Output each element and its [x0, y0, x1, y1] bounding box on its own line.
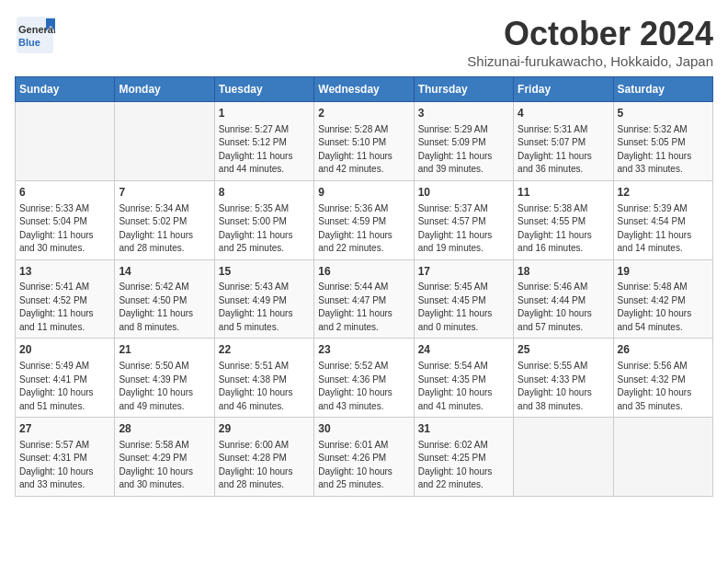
day-content: Sunrise: 5:45 AM Sunset: 4:45 PM Dayligh…	[418, 281, 509, 334]
calendar-cell: 13Sunrise: 5:41 AM Sunset: 4:52 PM Dayli…	[16, 259, 115, 339]
day-content: Sunrise: 5:57 AM Sunset: 4:31 PM Dayligh…	[19, 439, 110, 492]
day-number: 9	[318, 185, 409, 201]
weekday-header-sunday: Sunday	[16, 77, 115, 102]
month-title: October 2024	[467, 15, 713, 53]
day-number: 25	[518, 342, 609, 358]
day-content: Sunrise: 5:49 AM Sunset: 4:41 PM Dayligh…	[19, 360, 110, 413]
calendar-cell	[115, 102, 214, 181]
day-content: Sunrise: 5:51 AM Sunset: 4:38 PM Dayligh…	[219, 360, 310, 413]
day-number: 30	[318, 421, 409, 437]
day-content: Sunrise: 5:34 AM Sunset: 5:02 PM Dayligh…	[119, 202, 210, 256]
calendar-cell: 18Sunrise: 5:46 AM Sunset: 4:44 PM Dayli…	[514, 259, 613, 339]
calendar-table: SundayMondayTuesdayWednesdayThursdayFrid…	[15, 76, 713, 497]
calendar-cell: 11Sunrise: 5:38 AM Sunset: 4:55 PM Dayli…	[514, 180, 613, 259]
calendar-body: 1Sunrise: 5:27 AM Sunset: 5:12 PM Daylig…	[16, 102, 713, 497]
day-number: 4	[518, 106, 609, 121]
day-number: 16	[318, 264, 409, 280]
day-number: 20	[19, 342, 110, 358]
logo-icon: General Blue	[15, 15, 55, 55]
day-number: 19	[618, 264, 709, 280]
calendar-cell: 21Sunrise: 5:50 AM Sunset: 4:39 PM Dayli…	[115, 339, 214, 418]
day-content: Sunrise: 5:58 AM Sunset: 4:29 PM Dayligh…	[119, 439, 210, 492]
calendar-cell: 14Sunrise: 5:42 AM Sunset: 4:50 PM Dayli…	[115, 259, 214, 339]
day-content: Sunrise: 5:42 AM Sunset: 4:50 PM Dayligh…	[119, 281, 210, 334]
calendar-week-row: 6Sunrise: 5:33 AM Sunset: 5:04 PM Daylig…	[16, 180, 713, 259]
day-content: Sunrise: 5:33 AM Sunset: 5:04 PM Dayligh…	[19, 202, 110, 256]
day-content: Sunrise: 5:50 AM Sunset: 4:39 PM Dayligh…	[119, 360, 210, 413]
calendar-cell: 3Sunrise: 5:29 AM Sunset: 5:09 PM Daylig…	[414, 102, 513, 181]
weekday-header-monday: Monday	[115, 77, 214, 102]
calendar-cell: 24Sunrise: 5:54 AM Sunset: 4:35 PM Dayli…	[414, 339, 513, 418]
day-content: Sunrise: 6:02 AM Sunset: 4:25 PM Dayligh…	[418, 439, 509, 492]
day-number: 13	[19, 264, 110, 280]
weekday-header-saturday: Saturday	[613, 77, 712, 102]
calendar-cell: 20Sunrise: 5:49 AM Sunset: 4:41 PM Dayli…	[16, 339, 115, 418]
day-content: Sunrise: 5:28 AM Sunset: 5:10 PM Dayligh…	[318, 123, 409, 177]
day-number: 14	[119, 264, 210, 280]
calendar-cell: 31Sunrise: 6:02 AM Sunset: 4:25 PM Dayli…	[414, 418, 513, 497]
weekday-header-tuesday: Tuesday	[214, 77, 313, 102]
calendar-cell: 12Sunrise: 5:39 AM Sunset: 4:54 PM Dayli…	[613, 180, 712, 259]
calendar-cell: 5Sunrise: 5:32 AM Sunset: 5:05 PM Daylig…	[613, 102, 712, 181]
calendar-cell: 23Sunrise: 5:52 AM Sunset: 4:36 PM Dayli…	[314, 339, 414, 418]
weekday-header-wednesday: Wednesday	[314, 77, 414, 102]
day-number: 28	[119, 421, 210, 437]
day-number: 24	[418, 342, 509, 358]
calendar-cell: 26Sunrise: 5:56 AM Sunset: 4:32 PM Dayli…	[613, 339, 712, 418]
day-content: Sunrise: 5:37 AM Sunset: 4:57 PM Dayligh…	[418, 202, 509, 256]
day-content: Sunrise: 5:44 AM Sunset: 4:47 PM Dayligh…	[318, 281, 409, 334]
day-number: 23	[318, 342, 409, 358]
day-content: Sunrise: 5:31 AM Sunset: 5:07 PM Dayligh…	[518, 123, 609, 177]
calendar-cell: 9Sunrise: 5:36 AM Sunset: 4:59 PM Daylig…	[314, 180, 414, 259]
calendar-cell: 15Sunrise: 5:43 AM Sunset: 4:49 PM Dayli…	[214, 259, 313, 339]
calendar-cell: 10Sunrise: 5:37 AM Sunset: 4:57 PM Dayli…	[414, 180, 513, 259]
location-subtitle: Shizunai-furukawacho, Hokkaido, Japan	[467, 53, 713, 69]
day-content: Sunrise: 6:00 AM Sunset: 4:28 PM Dayligh…	[219, 439, 310, 492]
calendar-cell: 28Sunrise: 5:58 AM Sunset: 4:29 PM Dayli…	[115, 418, 214, 497]
day-number: 2	[318, 106, 409, 121]
calendar-cell: 4Sunrise: 5:31 AM Sunset: 5:07 PM Daylig…	[514, 102, 613, 181]
day-number: 26	[618, 342, 709, 358]
day-number: 3	[418, 106, 509, 121]
calendar-cell	[514, 418, 613, 497]
day-content: Sunrise: 6:01 AM Sunset: 4:26 PM Dayligh…	[318, 439, 409, 492]
calendar-cell: 1Sunrise: 5:27 AM Sunset: 5:12 PM Daylig…	[214, 102, 313, 181]
day-content: Sunrise: 5:52 AM Sunset: 4:36 PM Dayligh…	[318, 360, 409, 413]
calendar-cell: 16Sunrise: 5:44 AM Sunset: 4:47 PM Dayli…	[314, 259, 414, 339]
day-content: Sunrise: 5:32 AM Sunset: 5:05 PM Dayligh…	[618, 123, 709, 177]
day-content: Sunrise: 5:56 AM Sunset: 4:32 PM Dayligh…	[618, 360, 709, 413]
calendar-cell: 27Sunrise: 5:57 AM Sunset: 4:31 PM Dayli…	[16, 418, 115, 497]
day-number: 8	[219, 185, 310, 201]
day-content: Sunrise: 5:46 AM Sunset: 4:44 PM Dayligh…	[518, 281, 609, 334]
day-number: 7	[119, 185, 210, 201]
day-content: Sunrise: 5:43 AM Sunset: 4:49 PM Dayligh…	[219, 281, 310, 334]
day-number: 6	[19, 185, 110, 201]
day-content: Sunrise: 5:27 AM Sunset: 5:12 PM Dayligh…	[219, 123, 310, 177]
calendar-week-row: 27Sunrise: 5:57 AM Sunset: 4:31 PM Dayli…	[16, 418, 713, 497]
calendar-cell: 2Sunrise: 5:28 AM Sunset: 5:10 PM Daylig…	[314, 102, 414, 181]
calendar-week-row: 20Sunrise: 5:49 AM Sunset: 4:41 PM Dayli…	[16, 339, 713, 418]
calendar-cell: 7Sunrise: 5:34 AM Sunset: 5:02 PM Daylig…	[115, 180, 214, 259]
day-number: 22	[219, 342, 310, 358]
day-number: 11	[518, 185, 609, 201]
day-content: Sunrise: 5:55 AM Sunset: 4:33 PM Dayligh…	[518, 360, 609, 413]
day-number: 1	[219, 106, 310, 121]
day-content: Sunrise: 5:41 AM Sunset: 4:52 PM Dayligh…	[19, 281, 110, 334]
weekday-header-thursday: Thursday	[414, 77, 513, 102]
day-content: Sunrise: 5:48 AM Sunset: 4:42 PM Dayligh…	[618, 281, 709, 334]
logo: General Blue	[15, 15, 55, 55]
calendar-cell: 17Sunrise: 5:45 AM Sunset: 4:45 PM Dayli…	[414, 259, 513, 339]
day-number: 27	[19, 421, 110, 437]
day-number: 17	[418, 264, 509, 280]
calendar-cell: 8Sunrise: 5:35 AM Sunset: 5:00 PM Daylig…	[214, 180, 313, 259]
calendar-header-row: SundayMondayTuesdayWednesdayThursdayFrid…	[16, 77, 713, 102]
day-content: Sunrise: 5:36 AM Sunset: 4:59 PM Dayligh…	[318, 202, 409, 256]
day-content: Sunrise: 5:35 AM Sunset: 5:00 PM Dayligh…	[219, 202, 310, 256]
day-number: 31	[418, 421, 509, 437]
calendar-cell: 22Sunrise: 5:51 AM Sunset: 4:38 PM Dayli…	[214, 339, 313, 418]
calendar-cell: 6Sunrise: 5:33 AM Sunset: 5:04 PM Daylig…	[16, 180, 115, 259]
day-number: 12	[618, 185, 709, 201]
page-header: General Blue October 2024 Shizunai-furuk…	[15, 15, 713, 69]
day-content: Sunrise: 5:38 AM Sunset: 4:55 PM Dayligh…	[518, 202, 609, 256]
day-content: Sunrise: 5:54 AM Sunset: 4:35 PM Dayligh…	[418, 360, 509, 413]
